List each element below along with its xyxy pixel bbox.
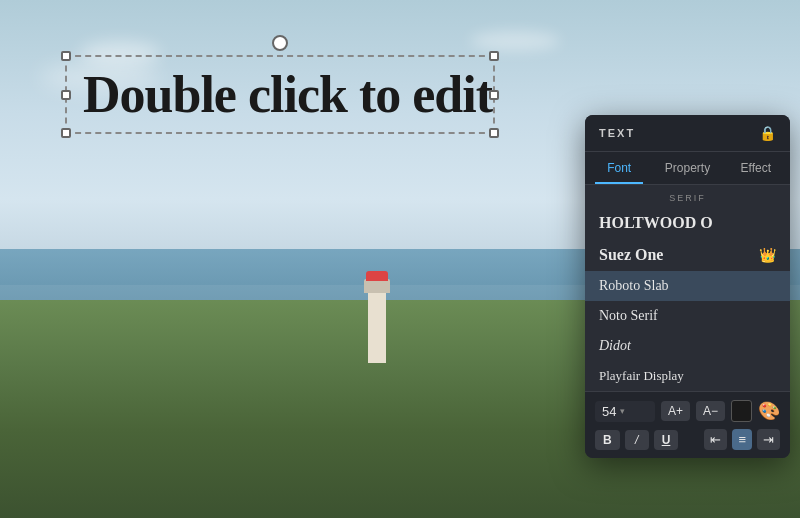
align-right-button[interactable]: ⇥ [757,429,780,450]
panel-title: TEXT [599,127,635,139]
align-center-button[interactable]: ≡ [732,429,752,450]
toolbar-row-1: 54 ▾ A+ A− 🎨 [595,400,780,422]
font-item-suez[interactable]: Suez One 👑 [585,239,790,271]
resize-handle-bl[interactable] [61,128,71,138]
premium-crown-icon: 👑 [759,247,776,263]
resize-handle-mr[interactable] [489,90,499,100]
tab-effect[interactable]: Effect [722,152,790,184]
text-toolbar: 54 ▾ A+ A− 🎨 B / U ⇤ ≡ ⇥ [585,391,790,458]
font-item-didot[interactable]: Didot [585,331,790,361]
resize-handle-tl[interactable] [61,51,71,61]
font-item-holtwood[interactable]: HOLTWOOD O [585,207,790,239]
editable-text[interactable]: Double click to edit [83,65,477,124]
font-item-roboto[interactable]: Roboto Slab [585,271,790,301]
size-decrease-button[interactable]: A− [696,401,725,421]
font-name-suez: Suez One [599,246,663,264]
cloud-3 [470,31,560,51]
size-increase-button[interactable]: A+ [661,401,690,421]
font-item-playfair[interactable]: Playfair Display [585,361,790,391]
italic-button[interactable]: / [625,430,649,450]
resize-handle-br[interactable] [489,128,499,138]
resize-handle-tr[interactable] [489,51,499,61]
align-center-icon: ≡ [738,432,746,447]
resize-handle-ml[interactable] [61,90,71,100]
chevron-down-icon: ▾ [620,406,625,416]
align-left-icon: ⇤ [710,432,721,447]
font-item-noto[interactable]: Noto Serif [585,301,790,331]
font-name-noto: Noto Serif [599,308,658,324]
tab-property[interactable]: Property [653,152,721,184]
bold-button[interactable]: B [595,430,620,450]
color-palette-icon[interactable]: 🎨 [758,400,780,422]
lighthouse [368,293,386,363]
panel-header: TEXT 🔒 [585,115,790,152]
font-name-roboto: Roboto Slab [599,278,669,294]
font-name-playfair: Playfair Display [599,368,684,384]
color-swatch[interactable] [731,400,752,422]
category-label: SERIF [585,185,790,207]
panel-tabs: Font Property Effect [585,152,790,185]
font-size-control[interactable]: 54 ▾ [595,401,655,422]
font-size-value: 54 [602,404,616,419]
text-element[interactable]: Double click to edit [65,55,495,134]
text-panel: TEXT 🔒 Font Property Effect SERIF HOLTWO… [585,115,790,458]
rotate-handle[interactable] [272,35,288,51]
align-left-button[interactable]: ⇤ [704,429,727,450]
underline-button[interactable]: U [654,430,679,450]
font-name-holtwood: HOLTWOOD O [599,214,713,232]
lock-icon[interactable]: 🔒 [759,125,776,141]
tab-font[interactable]: Font [585,152,653,184]
font-name-didot: Didot [599,338,631,354]
align-right-icon: ⇥ [763,432,774,447]
font-list: SERIF HOLTWOOD O Suez One 👑 Roboto Slab … [585,185,790,391]
toolbar-row-2: B / U ⇤ ≡ ⇥ [595,429,780,450]
